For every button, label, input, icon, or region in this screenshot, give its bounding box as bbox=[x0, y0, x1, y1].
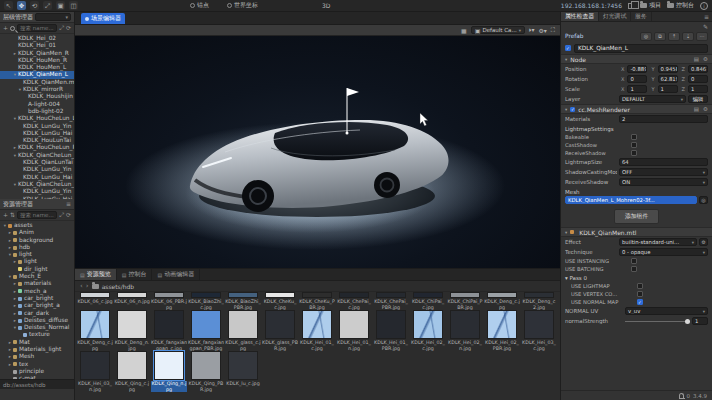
preview-tab-动画编辑器[interactable]: ▤动画编辑器 bbox=[152, 269, 200, 280]
tree-item[interactable]: A-light-004 bbox=[0, 101, 74, 108]
normal-uv-dropdown[interactable]: v_uv ▾ bbox=[625, 307, 708, 315]
tree-item[interactable]: KDLK_HouMen_R bbox=[0, 57, 74, 64]
asset-thumbnail[interactable]: KDLK_Hei_03_c.jpg bbox=[521, 310, 557, 351]
hierarchy-search-input[interactable] bbox=[17, 24, 57, 32]
tree-item[interactable]: KDLK_QianMen.m bbox=[0, 79, 74, 86]
add-component-button[interactable]: 添加组件 bbox=[614, 209, 659, 224]
expand-all-icon[interactable]: ⤢ bbox=[59, 25, 64, 31]
rect-tool-icon[interactable]: ▣ bbox=[56, 1, 65, 10]
gizmo-settings-icon[interactable]: ⚙▾ bbox=[538, 27, 546, 34]
mesh-picker-icon[interactable]: ◎ bbox=[699, 196, 708, 204]
tree-item[interactable]: KDLK_Hei_02 bbox=[0, 35, 74, 42]
fullscreen-icon[interactable]: ⛶ bbox=[551, 26, 555, 34]
effect-settings-icon[interactable]: ⚙ bbox=[699, 238, 708, 246]
asset-thumbnail[interactable]: KDLK_Hei_02_PBR.jpg bbox=[484, 310, 520, 351]
inspector-tab-属性检查器[interactable]: 属性检查器 bbox=[561, 12, 599, 21]
component-settings-icon[interactable]: ⚙ bbox=[703, 106, 708, 112]
console-button[interactable]: 控制台 bbox=[667, 1, 694, 10]
asset-thumbnail[interactable]: KDLK_fangxiangpan_c.jpg bbox=[151, 310, 187, 351]
position-x-field[interactable]: -0.88948 bbox=[627, 65, 647, 73]
asset-thumbnail[interactable]: KDLK_06_PBR.jpg bbox=[151, 292, 187, 310]
tree-item[interactable]: ▸Materials_light bbox=[0, 346, 74, 353]
tree-item[interactable]: KDLK_QianLunTai bbox=[0, 159, 74, 166]
inspector-menu-icon[interactable]: ≡ bbox=[701, 12, 712, 21]
tree-item[interactable]: ▸KDLK_HouCheLun_R bbox=[0, 144, 74, 151]
normal-strength-slider[interactable] bbox=[625, 317, 690, 325]
locate-prefab-icon[interactable]: ◎ bbox=[640, 32, 652, 41]
node-settings-icon[interactable]: ⚙ bbox=[703, 56, 708, 62]
tree-item[interactable]: KDLK_LunGu_Yin bbox=[0, 188, 74, 195]
tree-item[interactable]: ▾KDLK_QianCheLun_R bbox=[0, 181, 74, 188]
tree-item[interactable]: ▸car_bright bbox=[0, 295, 74, 302]
asset-thumbnail[interactable]: KDLK_06_c.jpg bbox=[77, 292, 113, 310]
tree-item[interactable]: ▾Mech_E bbox=[0, 273, 74, 280]
lightmap-flag-checkbox[interactable] bbox=[631, 134, 637, 140]
tab-scene-editor[interactable]: 场景编辑器 bbox=[81, 13, 125, 24]
slider-knob[interactable] bbox=[685, 319, 690, 324]
tree-item[interactable]: ▸Anim bbox=[0, 229, 74, 236]
materials-count-field[interactable]: 2 bbox=[619, 115, 708, 123]
tree-item[interactable]: dir_light bbox=[0, 266, 74, 273]
asset-thumbnail[interactable]: KDLK_Hei_01_n.jpg bbox=[336, 310, 372, 351]
move-tool-icon[interactable]: ✥ bbox=[17, 1, 26, 10]
asset-thumbnail[interactable]: KDLK_Hei_01_c.jpg bbox=[299, 310, 335, 351]
asset-thumbnail[interactable]: KDLK_ChiPai_c.jpg bbox=[410, 292, 446, 310]
inspector-tab-灯光调试[interactable]: 灯光调试 bbox=[599, 12, 631, 21]
layer-edit-button[interactable]: 编辑 bbox=[688, 95, 708, 103]
pass-flag-checkbox[interactable] bbox=[637, 283, 643, 289]
edit-pencil-icon[interactable]: ✎ bbox=[703, 23, 708, 30]
asset-thumbnail[interactable]: KDLK_06_n.jpg bbox=[114, 292, 150, 310]
tree-item[interactable]: texture bbox=[0, 331, 74, 338]
asset-thumbnail[interactable]: KDLK_BiaoZhi_c.jpg bbox=[188, 292, 224, 310]
unlink-prefab-icon[interactable]: ⧉ bbox=[654, 32, 666, 41]
cursor-tool-icon[interactable]: ↖ bbox=[4, 1, 13, 10]
tree-item[interactable]: ▸Deistes_diffuse bbox=[0, 317, 74, 324]
tree-item[interactable]: ▾assets bbox=[0, 222, 74, 229]
asset-thumbnail[interactable]: KDLK_Qing_PBR.jpg bbox=[188, 351, 224, 392]
info-icon[interactable]: i bbox=[700, 2, 708, 10]
anchor-toggle[interactable]: 锚点 bbox=[190, 1, 209, 10]
preview-tab-控制台[interactable]: ▤控制台 bbox=[117, 269, 153, 280]
scale-x-field[interactable]: 1 bbox=[627, 85, 647, 93]
tree-item[interactable]: ▾KDLK_mirrorR bbox=[0, 86, 74, 93]
effect-dropdown[interactable]: builtin-standard-uni... ▾ bbox=[619, 238, 697, 246]
asset-thumbnail[interactable]: KDLK_Hei_02_c.jpg bbox=[410, 310, 446, 351]
tree-item[interactable]: principle bbox=[0, 368, 74, 375]
scale-tool-icon[interactable]: ⤢ bbox=[43, 1, 52, 10]
revert-prefab-icon[interactable]: ⇣ bbox=[682, 32, 694, 41]
layer-dropdown[interactable]: DEFAULT ▾ bbox=[619, 95, 686, 103]
tree-item[interactable]: ▸materials bbox=[0, 280, 74, 287]
asset-thumbnail[interactable]: KDLK_lu_c.jpg bbox=[225, 351, 261, 392]
asset-thumbnail[interactable]: KDLK_Deng_c.jpg bbox=[484, 292, 520, 310]
material-flag-checkbox[interactable] bbox=[631, 266, 637, 272]
copy-url-icon[interactable] bbox=[628, 3, 634, 9]
snap-tool-icon[interactable]: ◫ bbox=[69, 1, 78, 10]
node-name-field[interactable]: KDLK_QianMen_L bbox=[574, 44, 708, 53]
tree-item[interactable]: KDLK_HouLunTai bbox=[0, 137, 74, 144]
position-z-field[interactable]: 0.84672 bbox=[688, 65, 708, 73]
asset-thumbnail[interactable]: KDLK_ChiPai_PBR.jpg bbox=[447, 292, 483, 310]
tree-item[interactable]: ▸Mat bbox=[0, 339, 74, 346]
add-node-icon[interactable]: + bbox=[3, 25, 8, 31]
tree-item[interactable]: ▸mech_a bbox=[0, 288, 74, 295]
lightmap-size-field[interactable]: 64 bbox=[619, 158, 708, 166]
pass-flag-checkbox[interactable]: ✓ bbox=[637, 299, 643, 305]
node-active-checkbox[interactable]: ✓ bbox=[565, 45, 571, 51]
asset-thumbnail[interactable]: KDLK_ChePai_c.jpg bbox=[336, 292, 372, 310]
tree-item[interactable]: ▾Deistes_Normal bbox=[0, 324, 74, 331]
tree-item[interactable]: bdb-light-02 bbox=[0, 108, 74, 115]
refresh-icon[interactable]: ⟳ bbox=[66, 212, 71, 218]
material-flag-checkbox[interactable] bbox=[631, 258, 637, 264]
tree-item[interactable]: ▾KDLK_QianCheLun_L bbox=[0, 152, 74, 159]
tree-item[interactable]: KDLK_Hei_01 bbox=[0, 42, 74, 49]
tree-item[interactable]: ▸tex bbox=[0, 361, 74, 368]
forward-icon[interactable]: › bbox=[86, 283, 89, 290]
assets-menu-icon[interactable]: ≡ bbox=[66, 201, 71, 207]
scale-z-field[interactable]: 1 bbox=[688, 85, 708, 93]
asset-thumbnail[interactable]: KDLK_CheKu_c.jpg bbox=[262, 292, 298, 310]
sort-icon[interactable]: ⇅ bbox=[10, 212, 15, 218]
tree-item[interactable]: ▸KDLK_QianMen_R bbox=[0, 50, 74, 57]
more-prefab-icon[interactable]: ⋯ bbox=[696, 32, 708, 41]
node-section-header[interactable]: ▾ Node ▤ ⚙ bbox=[561, 54, 712, 64]
asset-thumbnail[interactable]: KDLK_CheKu_PBR.jpg bbox=[299, 292, 335, 310]
